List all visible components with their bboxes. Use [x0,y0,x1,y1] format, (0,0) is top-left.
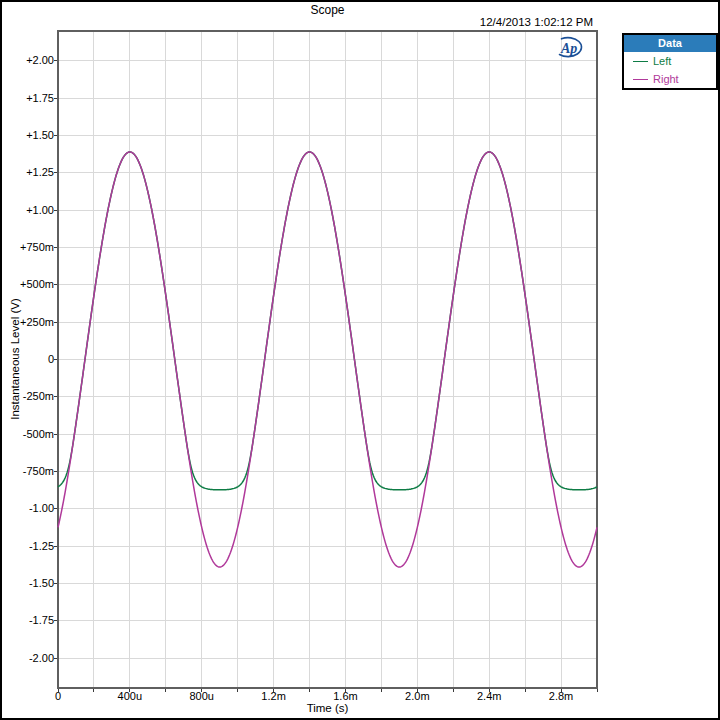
x-tick-label: 1.6m [317,690,373,703]
left-line-swatch-icon [633,61,648,62]
y-tick-label: 0 [2,353,54,366]
x-tick-label: 2.8m [533,690,589,703]
y-tick-label: -2.00 [2,652,54,665]
scope-window: Scope 12/4/2013 1:02:12 PM Ap Instantane… [0,0,720,720]
y-tick-label: -1.25 [2,540,54,553]
x-tick-label: 2.0m [389,690,445,703]
y-tick-label: +2.00 [2,54,54,67]
y-tick-label: +250m [2,316,54,329]
legend: Data LeftRight [622,33,718,90]
y-tick-label: +1.25 [2,166,54,179]
x-tick-label: 0 [30,690,86,703]
y-tick-label: -1.00 [2,502,54,515]
right-line-swatch-icon [633,79,648,80]
legend-rows: LeftRight [624,52,716,88]
legend-row-right[interactable]: Right [624,70,716,88]
y-tick-label: +1.00 [2,204,54,217]
y-tick-label: -1.50 [2,577,54,590]
y-tick-label: +500m [2,278,54,291]
legend-label-right: Right [653,73,679,85]
legend-header: Data [624,35,716,52]
y-tick-label: -500m [2,428,54,441]
y-tick-label: +1.75 [2,92,54,105]
legend-row-left[interactable]: Left [624,52,716,70]
x-tick-label: 400u [102,690,158,703]
y-tick-label: -250m [2,390,54,403]
y-tick-label: -1.75 [2,614,54,627]
ap-logo-text: Ap [560,41,577,56]
y-tick-label: +750m [2,241,54,254]
ap-logo-icon: Ap [560,38,582,57]
y-tick-label: +1.50 [2,129,54,142]
left-channel-line [58,152,597,490]
scope-plot-canvas[interactable]: Ap [2,2,720,720]
y-tick-label: -750m [2,465,54,478]
legend-label-left: Left [653,55,671,67]
x-tick-label: 1.2m [246,690,302,703]
x-tick-label: 800u [174,690,230,703]
x-tick-label: 2.4m [461,690,517,703]
x-axis-title: Time (s) [58,702,597,714]
